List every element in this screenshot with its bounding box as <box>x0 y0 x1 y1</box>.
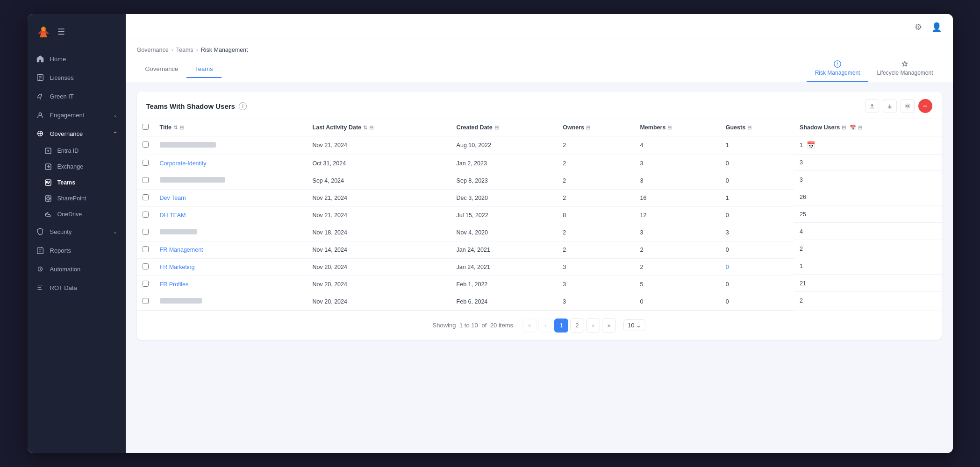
row-title-1[interactable]: Corporate-Identity <box>154 155 307 172</box>
governance-chevron: ⌃ <box>113 131 117 137</box>
calendar-icon-0[interactable]: 📅 <box>807 141 815 149</box>
showing-text: Showing <box>433 322 456 329</box>
row-guests-0: 1 <box>720 136 794 155</box>
svg-point-16 <box>906 105 908 107</box>
row-owners-1: 2 <box>557 155 634 172</box>
row-checkbox-4[interactable] <box>143 212 149 218</box>
action-download-btn[interactable] <box>883 99 897 113</box>
row-last-activity-2: Sep 4, 2024 <box>307 172 451 189</box>
action-minus-btn[interactable]: − <box>918 99 932 113</box>
sidebar-item-reports[interactable]: Reports <box>28 241 126 260</box>
action-upload-btn[interactable] <box>865 99 879 113</box>
row-created-date-9: Feb 6, 2024 <box>451 293 558 310</box>
filter-members-icon[interactable]: ⊟ <box>667 125 672 131</box>
tab-teams-label: Teams <box>195 65 213 72</box>
sidebar-item-teams[interactable]: Teams <box>28 175 126 191</box>
upload-icon <box>869 103 875 109</box>
pagination-info: Showing 1 to 10 of 20 items <box>433 322 514 329</box>
breadcrumb-governance[interactable]: Governance <box>137 47 169 53</box>
row-title-7[interactable]: FR Marketing <box>154 258 307 276</box>
svg-point-8 <box>39 113 41 115</box>
right-tab-risk[interactable]: Risk Management <box>807 57 869 82</box>
of-text: of <box>481 322 486 329</box>
row-owners-5: 2 <box>557 224 634 241</box>
info-icon[interactable]: i <box>239 102 247 110</box>
filter-guests-icon[interactable]: ⊟ <box>747 125 751 131</box>
risk-icon <box>833 60 842 68</box>
page-prev-btn[interactable]: ‹ <box>538 318 552 333</box>
page-1-btn[interactable]: 1 <box>554 318 568 333</box>
row-shadow-users-8: 21 <box>794 276 941 292</box>
pagination-range: 1 to 10 <box>459 322 478 329</box>
settings-icon[interactable]: ⚙ <box>915 22 922 32</box>
row-checkbox-0[interactable] <box>143 142 149 148</box>
tab-teams[interactable]: Teams <box>186 61 221 78</box>
calendar-header-icon[interactable]: 📅 <box>850 125 856 131</box>
page-last-btn[interactable]: » <box>602 318 616 333</box>
row-title-3[interactable]: Dev Team <box>154 189 307 206</box>
row-guests-5: 3 <box>720 224 794 241</box>
row-owners-7: 3 <box>557 258 634 276</box>
tab-governance[interactable]: Governance <box>137 61 187 78</box>
action-gear-btn[interactable] <box>901 99 915 113</box>
sidebar-sub-label: Exchange <box>57 163 84 170</box>
right-tab-lifecycle-label: Lifecycle Management <box>877 70 933 76</box>
svg-rect-3 <box>37 75 43 81</box>
card-actions: − <box>865 99 932 113</box>
card-title-group: Teams With Shadow Users i <box>146 102 247 110</box>
row-checkbox-1[interactable] <box>143 160 149 166</box>
sidebar-item-exchange[interactable]: Exchange <box>28 159 126 175</box>
row-checkbox-2[interactable] <box>143 177 149 183</box>
main-content: ⚙ 👤 Governance › Teams › Risk Management… <box>126 14 953 453</box>
user-profile-icon[interactable]: 👤 <box>931 22 942 32</box>
per-page-select[interactable]: 10 ⌄ <box>623 319 645 331</box>
main-card: Teams With Shadow Users i <box>137 92 942 340</box>
right-tab-lifecycle[interactable]: Lifecycle Management <box>868 57 941 82</box>
sort-title-icon[interactable]: ⇅ <box>173 125 178 131</box>
hamburger-menu[interactable]: ☰ <box>57 27 65 37</box>
row-checkbox-3[interactable] <box>143 194 149 200</box>
row-title-8[interactable]: FR Profiles <box>154 276 307 293</box>
row-checkbox-8[interactable] <box>143 281 149 287</box>
sidebar-item-home[interactable]: Home <box>28 50 126 68</box>
sort-last-activity-icon[interactable]: ⇅ <box>363 125 367 131</box>
sidebar-item-onedrive[interactable]: OneDrive <box>28 206 126 222</box>
row-title-6[interactable]: FR Management <box>154 241 307 258</box>
row-checkbox-9[interactable] <box>143 298 149 304</box>
filter-title-icon[interactable]: ⊟ <box>179 125 184 131</box>
sidebar-item-security[interactable]: Security ⌄ <box>28 222 126 241</box>
filter-shadow2-icon[interactable]: ⊟ <box>858 125 862 131</box>
sidebar-item-governance[interactable]: Governance ⌃ <box>28 124 126 143</box>
row-last-activity-9: Nov 20, 2024 <box>307 293 451 310</box>
sidebar-item-greenit[interactable]: Green IT <box>28 87 126 106</box>
sidebar-item-automation[interactable]: Automation <box>28 260 126 278</box>
page-next-btn[interactable]: › <box>586 318 600 333</box>
row-members-8: 5 <box>634 276 720 293</box>
row-guests-3: 1 <box>720 189 794 206</box>
select-all-checkbox[interactable] <box>143 124 149 130</box>
breadcrumb-sep2: › <box>196 47 198 53</box>
filter-owners-icon[interactable]: ⊟ <box>586 125 590 131</box>
sidebar-item-sharepoint[interactable]: SharePoint <box>28 191 126 206</box>
pagination-bar: Showing 1 to 10 of 20 items « ‹ 1 2 › » … <box>137 311 942 340</box>
row-checkbox-7[interactable] <box>143 263 149 269</box>
filter-created-icon[interactable]: ⊟ <box>494 125 499 131</box>
filter-shadow-icon[interactable]: ⊟ <box>842 125 846 131</box>
row-checkbox-5[interactable] <box>143 229 149 235</box>
breadcrumb-teams[interactable]: Teams <box>176 47 193 53</box>
sidebar-item-engagement[interactable]: Engagement ⌄ <box>28 106 126 124</box>
row-title-4[interactable]: DH TEAM <box>154 206 307 224</box>
sidebar-header: ☰ <box>28 14 126 50</box>
page-first-btn[interactable]: « <box>522 318 536 333</box>
page-2-btn[interactable]: 2 <box>570 318 584 333</box>
row-shadow-users-5: 4 <box>794 224 941 240</box>
th-select-all[interactable] <box>137 119 154 136</box>
sidebar-item-rotdata[interactable]: ROT Data <box>28 278 126 297</box>
row-last-activity-7: Nov 20, 2024 <box>307 258 451 276</box>
sidebar-item-entraid[interactable]: Entra ID <box>28 143 126 159</box>
filter-last-activity-icon[interactable]: ⊟ <box>369 125 373 131</box>
row-checkbox-6[interactable] <box>143 246 149 252</box>
row-guests-1: 0 <box>720 155 794 172</box>
sidebar-item-licenses[interactable]: Licenses <box>28 68 126 87</box>
row-last-activity-3: Nov 21, 2024 <box>307 189 451 206</box>
